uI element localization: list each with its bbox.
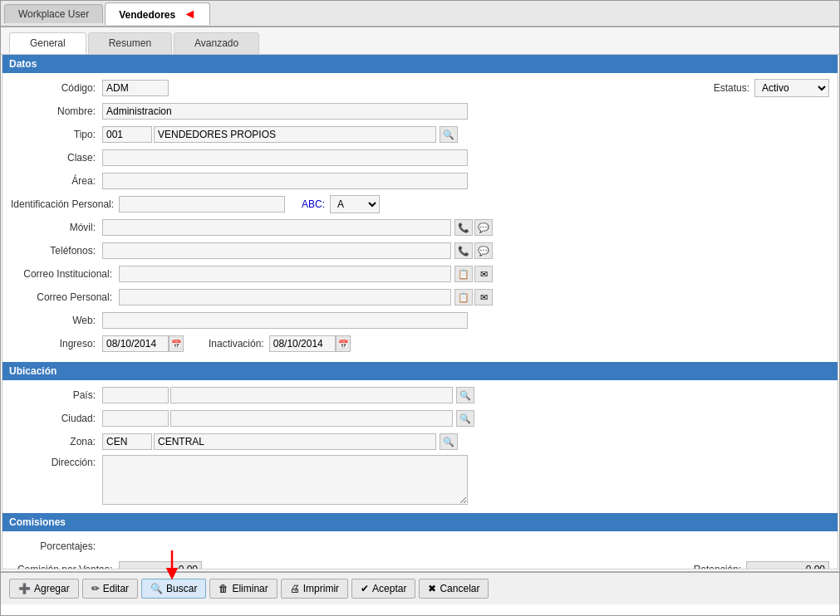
secondary-tab-bar: General Resumen Avanzado <box>1 27 839 55</box>
tab-workplace-user[interactable]: Workplace User <box>4 4 103 23</box>
input-area[interactable] <box>102 173 468 189</box>
input-tipo-code[interactable] <box>102 126 152 143</box>
eliminar-button[interactable]: 🗑 Eliminar <box>209 579 277 599</box>
inactivacion-group: Inactivación: 📅 <box>209 335 351 352</box>
input-ingreso[interactable] <box>102 335 169 352</box>
tab-vendedores[interactable]: Vendedores ◄ <box>105 2 210 25</box>
label-porcentajes: Porcentajes: <box>11 540 102 552</box>
msg-tel-button[interactable]: 💬 <box>474 242 493 259</box>
cancelar-icon: ✖ <box>428 583 436 594</box>
row-comision: Comisión por Ventas: Retención: <box>11 560 829 570</box>
label-direccion: Dirección: <box>11 455 102 468</box>
input-zona-code[interactable] <box>102 433 152 450</box>
input-movil[interactable] <box>102 219 451 236</box>
label-correo-inst: Correo Institucional: <box>11 268 119 280</box>
comisiones-form: Porcentajes: Comisión por Ventas: Retenc… <box>2 531 838 570</box>
input-telefonos[interactable] <box>102 242 451 259</box>
copy-correo-pers-button[interactable]: 📋 <box>454 289 473 306</box>
row-movil: Móvil: 📞 💬 <box>11 218 829 237</box>
label-correo-pers: Correo Personal: <box>11 291 119 303</box>
select-abc[interactable]: ABC <box>330 195 380 213</box>
ubicacion-form: País: 🔍 Ciudad: 🔍 Zona: 🔍 Dir <box>2 380 838 513</box>
search-ciudad-button[interactable]: 🔍 <box>456 410 474 427</box>
estatus-group: Estatus: Activo Inactivo <box>714 79 829 97</box>
phone-movil-button[interactable]: 📞 <box>454 219 473 236</box>
section-ubicacion: Ubicación <box>2 362 838 380</box>
label-id-personal: Identificación Personal: <box>11 198 119 210</box>
label-estatus: Estatus: <box>714 82 749 94</box>
row-ingreso: Ingreso: 📅 Inactivación: 📅 <box>11 334 829 354</box>
tab-general[interactable]: General <box>9 32 86 54</box>
label-telefonos: Teléfonos: <box>11 245 102 257</box>
input-codigo[interactable] <box>102 80 169 96</box>
row-id-personal: Identificación Personal: ABC: ABC <box>11 194 829 214</box>
label-area: Área: <box>11 175 102 187</box>
aceptar-button[interactable]: ✔ Aceptar <box>351 579 415 599</box>
input-pais-desc[interactable] <box>170 387 453 403</box>
row-direccion: Dirección: <box>11 455 829 505</box>
editar-button[interactable]: ✏ Editar <box>82 579 138 599</box>
input-web[interactable] <box>102 312 468 329</box>
buscar-wrapper: 🔍 Buscar <box>141 579 206 599</box>
search-tipo-button[interactable]: 🔍 <box>440 126 458 143</box>
input-direccion[interactable] <box>102 455 468 505</box>
input-id-personal[interactable] <box>119 196 285 213</box>
agregar-icon: ➕ <box>18 583 31 594</box>
row-zona: Zona: 🔍 <box>11 432 829 452</box>
tab-resumen[interactable]: Resumen <box>88 32 172 54</box>
row-tipo: Tipo: 🔍 <box>11 125 829 144</box>
eliminar-icon: 🗑 <box>219 583 228 594</box>
label-clase: Clase: <box>11 152 102 164</box>
label-zona: Zona: <box>11 436 102 447</box>
label-tipo: Tipo: <box>11 129 102 140</box>
arrow-indicator: ◄ <box>184 7 197 21</box>
label-retencion: Retención: <box>694 564 741 570</box>
cal-inactivacion-button[interactable]: 📅 <box>336 335 351 352</box>
phone-tel-button[interactable]: 📞 <box>454 242 473 259</box>
row-web: Web: <box>11 310 829 330</box>
datos-form: Código: Estatus: Activo Inactivo Nombre:… <box>2 73 838 362</box>
label-codigo: Código: <box>11 82 102 94</box>
section-datos: Datos <box>2 55 838 73</box>
input-correo-inst[interactable] <box>119 266 451 282</box>
input-nombre[interactable] <box>102 103 468 120</box>
row-correo-inst: Correo Institucional: 📋 ✉ <box>11 264 829 284</box>
input-correo-pers[interactable] <box>119 289 451 306</box>
row-codigo: Código: Estatus: Activo Inactivo <box>11 78 829 98</box>
red-arrow-buscar <box>160 550 184 580</box>
search-pais-button[interactable]: 🔍 <box>456 387 474 403</box>
input-retencion[interactable] <box>746 561 829 570</box>
agregar-button[interactable]: ➕ Agregar <box>9 579 79 599</box>
main-content: Datos Código: Estatus: Activo Inactivo N… <box>2 55 838 570</box>
input-ciudad-code[interactable] <box>102 410 169 427</box>
input-ciudad-desc[interactable] <box>170 410 453 427</box>
email-correo-inst-button[interactable]: ✉ <box>474 266 493 282</box>
label-ingreso: Ingreso: <box>11 338 102 350</box>
select-estatus[interactable]: Activo Inactivo <box>754 79 829 97</box>
copy-correo-inst-button[interactable]: 📋 <box>454 266 473 282</box>
row-porcentajes-label: Porcentajes: <box>11 536 829 556</box>
row-clase: Clase: <box>11 148 829 168</box>
input-inactivacion[interactable] <box>269 335 336 352</box>
buscar-button[interactable]: 🔍 Buscar <box>141 579 206 599</box>
input-pais-code[interactable] <box>102 387 169 403</box>
msg-movil-button[interactable]: 💬 <box>474 219 493 236</box>
input-zona-desc[interactable] <box>154 433 436 450</box>
top-tab-bar: Workplace User Vendedores ◄ <box>1 1 839 27</box>
label-inactivacion: Inactivación: <box>209 338 264 350</box>
email-correo-pers-button[interactable]: ✉ <box>474 289 493 306</box>
cal-ingreso-button[interactable]: 📅 <box>169 335 184 352</box>
input-clase[interactable] <box>102 149 468 166</box>
tab-avanzado[interactable]: Avanzado <box>174 32 259 54</box>
label-web: Web: <box>11 315 102 326</box>
imprimir-button[interactable]: 🖨 Imprimir <box>281 579 348 599</box>
section-comisiones: Comisiones <box>2 513 838 531</box>
abc-group: ABC: ABC <box>302 195 380 213</box>
editar-icon: ✏ <box>91 583 100 594</box>
cancelar-button[interactable]: ✖ Cancelar <box>419 579 489 599</box>
row-pais: País: 🔍 <box>11 385 829 405</box>
row-ciudad: Ciudad: 🔍 <box>11 408 829 428</box>
input-tipo-desc[interactable] <box>154 126 436 143</box>
search-zona-button[interactable]: 🔍 <box>440 433 458 450</box>
retencion-group: Retención: <box>694 561 829 570</box>
